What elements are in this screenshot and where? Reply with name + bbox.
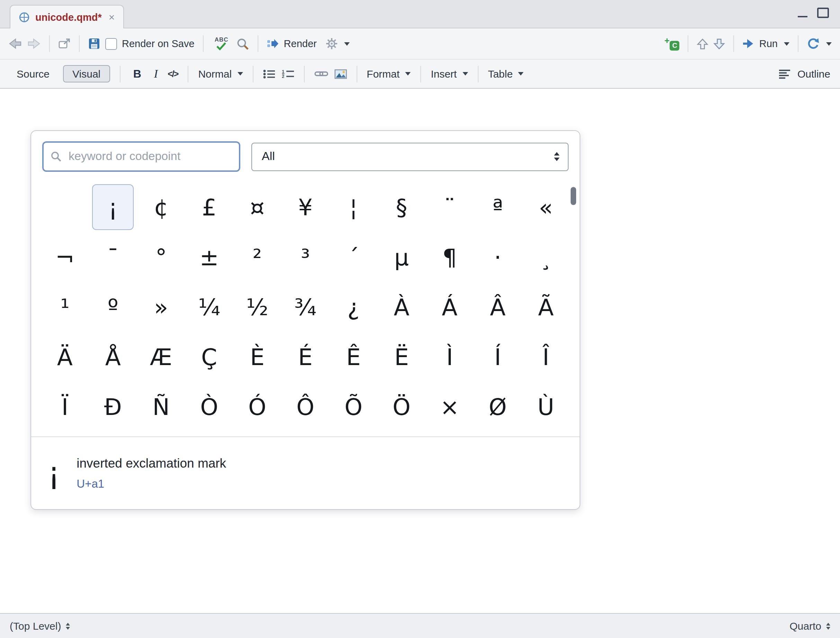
go-to-previous-chunk-icon[interactable]	[697, 38, 709, 49]
symbol-cell[interactable]: ½	[237, 284, 278, 330]
symbol-cell[interactable]: À	[381, 284, 422, 330]
numbered-list-icon[interactable]: 1 2	[281, 69, 294, 79]
rerun-icon[interactable]	[807, 37, 820, 50]
symbol-cell[interactable]: Á	[429, 284, 471, 330]
symbol-cell[interactable]: Ò	[188, 384, 230, 430]
run-options-caret-icon[interactable]	[784, 42, 789, 45]
symbol-cell[interactable]: ¢	[140, 184, 182, 230]
render-on-save-checkbox[interactable]	[105, 38, 117, 49]
symbol-search-input[interactable]	[67, 149, 232, 164]
symbol-cell[interactable]: Ã	[525, 284, 567, 330]
scrollbar-thumb[interactable]	[571, 187, 576, 205]
symbol-cell[interactable]: ³	[284, 234, 326, 280]
image-icon[interactable]	[334, 69, 347, 79]
symbol-cell[interactable]: ¡	[92, 184, 134, 230]
save-icon[interactable]	[88, 38, 100, 50]
symbol-cell[interactable]: Ù	[525, 384, 567, 430]
symbol-cell[interactable]: ¹	[44, 284, 85, 330]
symbol-cell[interactable]: »	[140, 284, 182, 330]
symbol-cell[interactable]: ¿	[333, 284, 374, 330]
bulleted-list-icon[interactable]	[263, 69, 275, 79]
link-icon[interactable]	[314, 69, 328, 78]
forward-icon[interactable]	[27, 38, 41, 49]
symbol-cell[interactable]: Õ	[333, 384, 374, 430]
tab-unicode-qmd[interactable]: unicode.qmd* ×	[10, 5, 124, 28]
back-icon[interactable]	[8, 38, 22, 49]
symbol-cell[interactable]: Ö	[381, 384, 422, 430]
symbol-cell[interactable]: ª	[477, 184, 519, 230]
outline-icon[interactable]	[779, 69, 791, 79]
symbol-cell[interactable]: É	[284, 334, 326, 380]
symbol-cell[interactable]: µ	[381, 234, 422, 280]
paragraph-style-dropdown[interactable]: Normal	[198, 68, 243, 80]
outline-toggle[interactable]: Outline	[797, 68, 830, 80]
symbol-cell[interactable]: º	[92, 284, 134, 330]
symbol-cell[interactable]: Ø	[477, 384, 519, 430]
bold-button[interactable]: B	[130, 68, 144, 80]
symbol-cell[interactable]: ²	[237, 234, 278, 280]
symbol-cell[interactable]: ¥	[284, 184, 326, 230]
symbol-cell[interactable]: Í	[477, 334, 519, 380]
symbol-cell[interactable]: Ð	[92, 384, 134, 430]
symbol-cell[interactable]: Ì	[429, 334, 471, 380]
symbol-cell[interactable]: Ó	[237, 384, 278, 430]
symbol-cell[interactable]: ¯	[92, 234, 134, 280]
symbol-cell[interactable]: «	[525, 184, 567, 230]
symbol-cell[interactable]: Å	[92, 334, 134, 380]
symbol-cell[interactable]: ¦	[333, 184, 374, 230]
symbol-cell[interactable]: £	[188, 184, 230, 230]
symbol-cell[interactable]: Â	[477, 284, 519, 330]
render-icon[interactable]	[267, 38, 279, 49]
symbol-cell[interactable]	[44, 184, 85, 230]
symbol-cell[interactable]: Ï	[44, 384, 85, 430]
symbol-cell[interactable]: ¬	[44, 234, 85, 280]
gear-icon[interactable]	[326, 38, 338, 50]
tab-close-icon[interactable]: ×	[107, 12, 116, 22]
symbol-cell[interactable]: Ë	[381, 334, 422, 380]
symbol-cell[interactable]: Ç	[188, 334, 230, 380]
run-button[interactable]: Run	[759, 38, 778, 49]
scope-selector[interactable]: (Top Level)	[10, 620, 70, 632]
render-button[interactable]: Render	[284, 38, 317, 49]
symbol-cell[interactable]: ¤	[237, 184, 278, 230]
symbol-cell[interactable]: Ô	[284, 384, 326, 430]
symbol-cell[interactable]: ´	[333, 234, 374, 280]
symbol-cell[interactable]: Æ	[140, 334, 182, 380]
maximize-icon[interactable]	[817, 8, 829, 18]
symbol-search-box[interactable]	[42, 141, 240, 172]
format-menu[interactable]: Format	[367, 68, 411, 80]
symbol-cell[interactable]: §	[381, 184, 422, 230]
run-icon[interactable]	[743, 38, 755, 49]
insert-menu[interactable]: Insert	[431, 68, 468, 80]
symbol-cell[interactable]: È	[237, 334, 278, 380]
document-format-selector[interactable]: Quarto	[789, 620, 830, 632]
symbol-cell[interactable]: ¨	[429, 184, 471, 230]
render-options-caret-icon[interactable]	[344, 42, 350, 45]
symbol-cell[interactable]: ¶	[429, 234, 471, 280]
editor-canvas[interactable]: All ¡¢£¤¥¦§¨ª«¬¯°±²³´µ¶·¸¹º»¼½¾¿ÀÁÂÃÄÅÆÇ…	[0, 88, 840, 613]
symbol-cell[interactable]: Î	[525, 334, 567, 380]
symbol-cell[interactable]: Ä	[44, 334, 85, 380]
symbol-block-select[interactable]: All	[251, 142, 568, 171]
symbol-cell[interactable]: ¸	[525, 234, 567, 280]
visual-mode-button[interactable]: Visual	[63, 65, 110, 82]
symbol-cell[interactable]: °	[140, 234, 182, 280]
symbol-cell[interactable]: ±	[188, 234, 230, 280]
symbol-cell[interactable]: Ñ	[140, 384, 182, 430]
code-button[interactable]: </>	[167, 69, 178, 79]
spellcheck-icon[interactable]: ABC	[212, 35, 231, 53]
table-menu[interactable]: Table	[488, 68, 524, 80]
italic-button[interactable]: I	[150, 67, 161, 81]
insert-chunk-icon[interactable]: + C	[665, 37, 680, 50]
source-mode-button[interactable]: Source	[10, 66, 57, 82]
go-to-next-chunk-icon[interactable]	[714, 38, 725, 49]
symbol-cell[interactable]: Ê	[333, 334, 374, 380]
rerun-options-caret-icon[interactable]	[826, 42, 832, 45]
symbol-cell[interactable]: ·	[477, 234, 519, 280]
open-in-new-window-icon[interactable]	[58, 38, 71, 49]
symbol-cell[interactable]: ×	[429, 384, 471, 430]
minimize-icon[interactable]	[798, 9, 807, 17]
find-icon[interactable]	[236, 37, 249, 50]
symbol-cell[interactable]: ¼	[188, 284, 230, 330]
symbol-cell[interactable]: ¾	[284, 284, 326, 330]
